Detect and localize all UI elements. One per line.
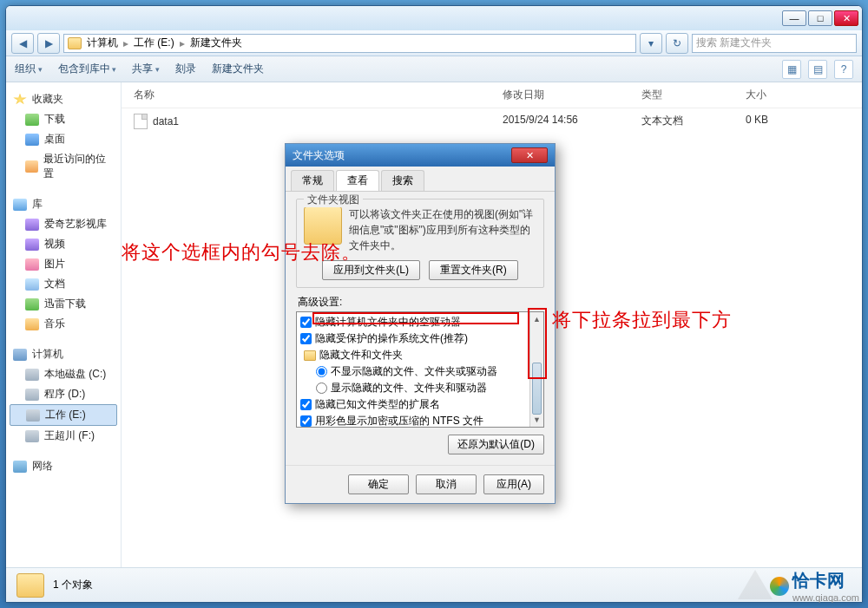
watermark-logo-icon	[770, 577, 789, 596]
apply-to-folders-button[interactable]: 应用到文件夹(L)	[322, 260, 420, 280]
address-dropdown-button[interactable]: ▾	[640, 33, 662, 54]
view-options-button[interactable]: ▦	[782, 60, 801, 79]
folder-icon	[304, 350, 316, 361]
checkbox-input[interactable]	[300, 317, 312, 328]
sidebar-videos[interactable]: 视频	[10, 234, 117, 254]
address-bar[interactable]: 计算机 ▸ 工作 (E:) ▸ 新建文件夹	[63, 34, 636, 53]
breadcrumb-seg[interactable]: 工作 (E:)	[134, 36, 174, 50]
scroll-down-button[interactable]: ▼	[530, 413, 543, 427]
advanced-setting-item[interactable]: 用彩色显示加密或压缩的 NTFS 文件	[300, 413, 526, 428]
scroll-up-button[interactable]: ▲	[530, 312, 543, 326]
folder-options-dialog: 文件夹选项 ✕ 常规 查看 搜索 文件夹视图 可以将该文件夹正在使用的视图(例如…	[285, 143, 556, 504]
search-placeholder: 搜索 新建文件夹	[696, 36, 772, 50]
sidebar-favorites[interactable]: 收藏夹	[32, 92, 63, 107]
scroll-thumb[interactable]	[532, 363, 542, 415]
restore-defaults-button[interactable]: 还原为默认值(D)	[448, 435, 544, 454]
col-type[interactable]: 类型	[641, 88, 746, 102]
folder-view-title: 文件夹视图	[304, 193, 363, 207]
maximize-button[interactable]: □	[808, 10, 832, 26]
radio-input[interactable]	[316, 366, 327, 377]
watermark-url: www.qiaqa.com	[792, 592, 859, 603]
nav-bar: ◀ ▶ 计算机 ▸ 工作 (E:) ▸ 新建文件夹 ▾ ↻ 搜索 新建文件夹	[6, 30, 862, 56]
col-date[interactable]: 修改日期	[503, 88, 641, 102]
checkbox-input[interactable]	[300, 333, 312, 344]
file-size: 0 KB	[746, 114, 850, 129]
sidebar-disk-f[interactable]: 王超川 (F:)	[10, 426, 117, 446]
checkbox-input[interactable]	[300, 415, 312, 427]
column-headers[interactable]: 名称 修改日期 类型 大小	[122, 82, 862, 108]
dialog-title: 文件夹选项	[293, 148, 345, 163]
sidebar-network[interactable]: 网络	[32, 459, 53, 474]
burn-button[interactable]: 刻录	[175, 62, 196, 76]
advanced-setting-item[interactable]: 不显示隐藏的文件、文件夹或驱动器	[300, 363, 526, 380]
advanced-setting-item[interactable]: 显示隐藏的文件、文件夹和驱动器	[300, 380, 526, 396]
cancel-button[interactable]: 取消	[416, 474, 477, 494]
sidebar-disk-e[interactable]: 工作 (E:)	[10, 404, 117, 426]
ok-button[interactable]: 确定	[348, 474, 409, 494]
advanced-setting-item[interactable]: 隐藏已知文件类型的扩展名	[300, 396, 526, 413]
folder-icon	[68, 37, 82, 49]
back-button[interactable]: ◀	[11, 33, 34, 54]
watermark: 恰卡网 www.qiaqa.com	[770, 569, 859, 603]
tab-general[interactable]: 常规	[291, 170, 334, 191]
sidebar-documents[interactable]: 文档	[10, 274, 117, 294]
sidebar-computer[interactable]: 计算机	[32, 347, 63, 362]
preview-pane-button[interactable]: ▤	[808, 60, 827, 79]
breadcrumb-sep: ▸	[123, 37, 128, 49]
minimize-button[interactable]: —	[782, 10, 806, 26]
col-size[interactable]: 大小	[746, 88, 850, 102]
folder-view-desc: 可以将该文件夹正在使用的视图(例如"详细信息"或"图标")应用到所有这种类型的文…	[349, 206, 536, 253]
sidebar-disk-d[interactable]: 程序 (D:)	[10, 384, 117, 404]
forward-button[interactable]: ▶	[37, 33, 60, 54]
reset-folders-button[interactable]: 重置文件夹(R)	[429, 260, 518, 280]
breadcrumb-sep: ▸	[180, 37, 185, 49]
sidebar-music[interactable]: 音乐	[10, 314, 117, 334]
sidebar-disk-c[interactable]: 本地磁盘 (C:)	[10, 364, 117, 384]
file-date: 2015/9/24 14:56	[503, 114, 641, 129]
file-row[interactable]: data1 2015/9/24 14:56 文本文档 0 KB	[122, 108, 862, 134]
status-bar: 1 个对象	[6, 567, 862, 602]
sidebar-desktop[interactable]: 桌面	[10, 129, 117, 149]
advanced-setting-item[interactable]: 隐藏受保护的操作系统文件(推荐)	[300, 330, 526, 347]
dialog-title-bar[interactable]: 文件夹选项 ✕	[286, 144, 555, 167]
apply-button[interactable]: 应用(A)	[483, 474, 544, 494]
sidebar-recent[interactable]: 最近访问的位置	[10, 149, 117, 184]
dialog-tabs: 常规 查看 搜索	[286, 167, 555, 192]
sidebar-libraries[interactable]: 库	[32, 197, 43, 212]
scrollbar[interactable]: ▲ ▼	[529, 312, 543, 427]
dialog-close-button[interactable]: ✕	[511, 147, 548, 163]
include-menu[interactable]: 包含到库中	[58, 62, 117, 76]
file-type: 文本文档	[641, 114, 746, 129]
dialog-footer: 确定 取消 应用(A)	[286, 465, 555, 503]
sidebar-xunlei[interactable]: 迅雷下载	[10, 294, 117, 314]
checkbox-input[interactable]	[300, 399, 312, 410]
organize-menu[interactable]: 组织	[15, 62, 43, 76]
help-button[interactable]: ?	[834, 60, 853, 79]
sidebar-iqiyi[interactable]: 爱奇艺影视库	[10, 214, 117, 234]
tab-search[interactable]: 搜索	[381, 170, 424, 191]
navigation-pane: 收藏夹 下载 桌面 最近访问的位置 库 爱奇艺影视库 视频 图片 文档 迅雷下载…	[6, 82, 122, 567]
close-button[interactable]: ✕	[834, 10, 858, 26]
col-name[interactable]: 名称	[134, 88, 503, 102]
new-folder-button[interactable]: 新建文件夹	[212, 62, 264, 76]
advanced-setting-item[interactable]: 隐藏文件和文件夹	[300, 347, 526, 363]
breadcrumb-seg[interactable]: 计算机	[87, 36, 118, 50]
network-icon	[13, 461, 27, 473]
sidebar-pictures[interactable]: 图片	[10, 254, 117, 274]
folder-view-group: 文件夹视图 可以将该文件夹正在使用的视图(例如"详细信息"或"图标")应用到所有…	[296, 199, 544, 288]
advanced-settings-label: 高级设置:	[298, 295, 544, 310]
share-menu[interactable]: 共享	[132, 62, 160, 76]
refresh-button[interactable]: ↻	[666, 33, 688, 54]
title-bar: — □ ✕	[6, 6, 862, 30]
folder-view-icon	[304, 206, 342, 245]
tab-view[interactable]: 查看	[336, 170, 379, 191]
radio-input[interactable]	[316, 382, 327, 394]
favorites-icon	[13, 94, 27, 106]
sidebar-downloads[interactable]: 下载	[10, 109, 117, 129]
search-box[interactable]: 搜索 新建文件夹	[692, 34, 857, 53]
breadcrumb-seg[interactable]: 新建文件夹	[190, 36, 242, 50]
advanced-settings-list: 隐藏计算机文件夹中的空驱动器隐藏受保护的操作系统文件(推荐)隐藏文件和文件夹不显…	[296, 311, 544, 428]
command-bar: 组织 包含到库中 共享 刻录 新建文件夹 ▦ ▤ ?	[6, 56, 862, 82]
watermark-shadow-icon	[738, 570, 773, 599]
advanced-setting-item[interactable]: 隐藏计算机文件夹中的空驱动器	[300, 314, 526, 330]
